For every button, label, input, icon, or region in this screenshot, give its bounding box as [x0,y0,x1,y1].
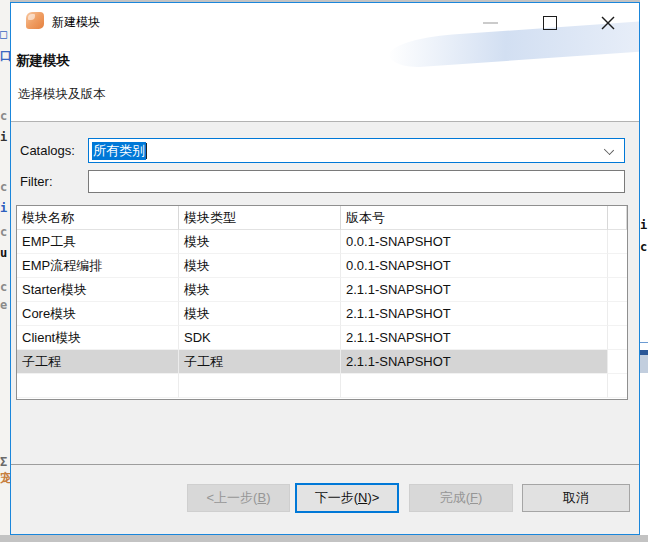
table-header-row[interactable]: 模块名称 模块类型 版本号 [17,206,627,230]
bg-text-fragment: c [0,281,7,293]
catalogs-label: Catalogs: [20,142,75,160]
window-title: 新建模块 [52,14,100,31]
background-editor-right: ic [640,0,648,535]
cancel-button-label: 取消 [563,490,589,505]
spacer-cell [608,230,627,254]
module-table[interactable]: 模块名称 模块类型 版本号 EMP工具模块0.0.1-SNAPSHOTEMP流程… [16,205,628,400]
bg-text-fragment: □ [0,28,7,40]
minimize-icon [483,22,498,24]
bg-text-fragment: i [0,131,7,143]
bg-text-fragment: 宠 [0,472,10,484]
bg-text-fragment: Σ [0,456,7,468]
back-button: <上一步(B) [187,484,290,512]
new-module-dialog: 新建模块 新建模块 选择模块及版本 Catalogs: 所有类别 Filter: [10,2,640,535]
version-cell: 0.0.1-SNAPSHOT [341,254,608,278]
column-header-type[interactable]: 模块类型 [179,206,341,230]
background-rule-line [640,342,648,343]
module-name-cell: EMP工具 [17,230,179,254]
module-type-cell: 模块 [179,302,341,326]
maximize-button[interactable] [543,16,557,30]
column-header-version[interactable]: 版本号 [341,206,608,230]
module-name-cell: EMP流程编排 [17,254,179,278]
bg-text-fragment: i [640,219,647,231]
table-row[interactable]: EMP工具模块0.0.1-SNAPSHOT [17,230,627,254]
spacer-cell [608,374,627,398]
module-name-cell [17,374,179,398]
background-selection-block [640,355,648,373]
background-editor-left: □口cicicuceΣ宠 [0,0,10,535]
module-type-cell: 模块 [179,230,341,254]
chevron-down-icon[interactable] [604,145,614,155]
version-cell: 0.0.1-SNAPSHOT [341,230,608,254]
button-separator [11,464,639,465]
column-header-spacer [608,206,627,230]
spacer-cell [608,326,627,350]
finish-button: 完成(F) [409,484,513,512]
spacer-cell [608,350,627,374]
table-row[interactable]: 子工程子工程2.1.1-SNAPSHOT [17,350,627,374]
module-type-cell: 模块 [179,278,341,302]
bg-text-fragment: i [0,202,7,214]
version-cell: 2.1.1-SNAPSHOT [341,350,608,374]
text-cursor [146,143,147,159]
page-title: 新建模块 [16,52,70,70]
version-cell: 2.1.1-SNAPSHOT [341,326,608,350]
table-row[interactable]: Starter模块模块2.1.1-SNAPSHOT [17,278,627,302]
table-row-empty [17,374,627,398]
module-type-cell: 模块 [179,254,341,278]
module-name-cell: Client模块 [17,326,179,350]
module-table-body: EMP工具模块0.0.1-SNAPSHOTEMP流程编排模块0.0.1-SNAP… [17,230,627,398]
bg-text-fragment: c [0,226,7,238]
bg-text-fragment: c [0,110,7,122]
bg-text-fragment: 口 [0,50,10,62]
bg-text-fragment: c [0,181,7,193]
module-type-cell: SDK [179,326,341,350]
version-cell: 2.1.1-SNAPSHOT [341,278,608,302]
catalogs-selected-value: 所有类别 [92,142,146,160]
next-button-label: 下一步( [315,490,358,505]
version-cell [341,374,608,398]
next-button[interactable]: 下一步(N)> [295,483,399,513]
wizard-icon [26,12,44,29]
spacer-cell [608,254,627,278]
table-row[interactable]: Client模块SDK2.1.1-SNAPSHOT [17,326,627,350]
filter-label: Filter: [20,173,53,191]
close-button[interactable] [600,15,616,31]
module-name-cell: 子工程 [17,350,179,374]
wizard-header: 新建模块 新建模块 选择模块及版本 [11,3,639,122]
close-icon [600,15,616,31]
title-bar[interactable]: 新建模块 [11,3,639,39]
module-type-cell [179,374,341,398]
spacer-cell [608,278,627,302]
cancel-button[interactable]: 取消 [522,484,630,512]
bg-text-fragment: u [0,247,7,259]
module-name-cell: Core模块 [17,302,179,326]
spacer-cell [608,302,627,326]
page-subtitle: 选择模块及版本 [18,86,106,103]
catalogs-select[interactable]: 所有类别 [88,138,625,163]
bg-text-fragment: e [0,299,7,311]
module-type-cell: 子工程 [179,350,341,374]
bg-text-fragment: c [640,241,647,253]
module-name-cell: Starter模块 [17,278,179,302]
table-row[interactable]: EMP流程编排模块0.0.1-SNAPSHOT [17,254,627,278]
filter-input[interactable] [88,170,625,193]
column-header-name[interactable]: 模块名称 [17,206,179,230]
finish-button-label: 完成( [440,490,470,505]
table-row[interactable]: Core模块模块2.1.1-SNAPSHOT [17,302,627,326]
version-cell: 2.1.1-SNAPSHOT [341,302,608,326]
screen: □口cicicuceΣ宠 ic 新建模块 新建模块 选择模块及版本 [0,0,648,542]
back-button-label: <上一步( [207,490,258,505]
